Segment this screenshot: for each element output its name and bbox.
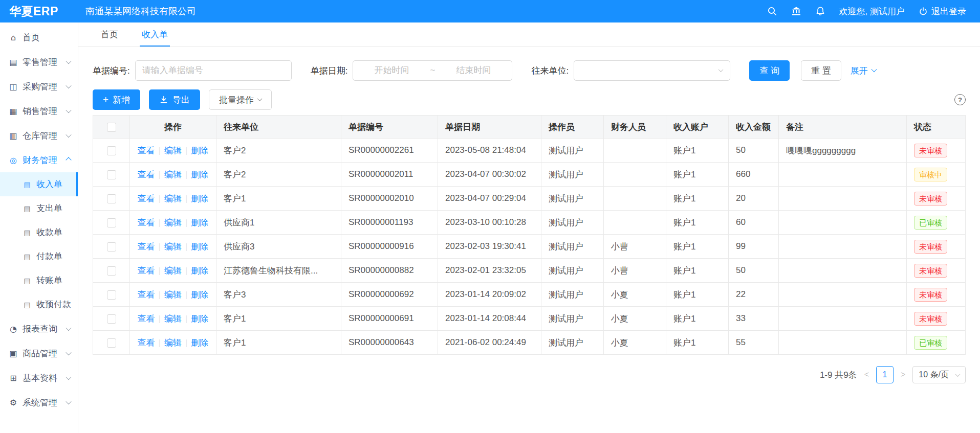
delete-link[interactable]: 删除 [191,290,208,300]
bank-icon[interactable] [791,6,801,16]
date-range-picker[interactable]: ~ [353,60,512,81]
delete-link[interactable]: 删除 [191,314,208,324]
cell-remark [779,283,907,307]
sidebar-item-purchase[interactable]: ◫ 采购管理 [0,74,78,99]
view-link[interactable]: 查看 [138,242,155,252]
edit-link[interactable]: 编辑 [164,266,182,276]
cell-account: 账户1 [666,307,729,331]
logout-button[interactable]: 退出登录 [919,6,966,17]
column-header-account: 收入账户 [666,116,729,139]
cell-bill-no: SR00000000691 [341,307,438,331]
delete-link[interactable]: 删除 [191,218,208,227]
row-checkbox[interactable] [107,242,116,252]
page-number-button[interactable]: 1 [876,366,894,383]
cell-remark [779,211,907,235]
cell-operator: 测试用户 [541,331,604,355]
view-link[interactable]: 查看 [138,218,155,227]
edit-link[interactable]: 编辑 [164,218,182,227]
sidebar-item-system[interactable]: ⚙ 系统管理 [0,390,78,415]
row-checkbox[interactable] [107,170,116,179]
edit-link[interactable]: 编辑 [164,314,182,324]
tab-home[interactable]: 首页 [101,22,118,47]
cell-partner: 客户1 [216,331,341,355]
delete-link[interactable]: 删除 [191,338,208,348]
sidebar-item-receipt-bill[interactable]: ▤ 收款单 [0,220,78,244]
view-link[interactable]: 查看 [138,290,155,300]
export-button[interactable]: 导出 [149,89,200,110]
add-button[interactable]: + 新增 [93,89,140,110]
tab-income-bill[interactable]: 收入单 [142,22,168,47]
sidebar-item-retail[interactable]: ▤ 零售管理 [0,50,78,74]
sidebar-item-income-bill[interactable]: ▤ 收入单 [0,172,78,196]
delete-link[interactable]: 删除 [191,242,208,252]
sidebar-item-sales[interactable]: ▦ 销售管理 [0,99,78,123]
expand-filters-link[interactable]: 展开 [851,65,876,77]
sidebar-item-warehouse[interactable]: ▥ 仓库管理 [0,123,78,148]
date-start-input[interactable] [353,65,430,76]
status-badge: 审核中 [914,168,947,181]
delete-link[interactable]: 删除 [191,146,208,155]
sidebar-item-label: 系统管理 [23,397,57,408]
row-checkbox[interactable] [107,290,116,300]
search-button[interactable]: 查 询 [749,60,790,81]
row-checkbox[interactable] [107,314,116,324]
sidebar-item-payment-bill[interactable]: ▤ 付款单 [0,244,78,268]
edit-link[interactable]: 编辑 [164,194,182,203]
view-link[interactable]: 查看 [138,146,155,155]
date-end-input[interactable] [435,65,512,76]
view-link[interactable]: 查看 [138,338,155,348]
cell-partner: 江苏德鲁生物科技有限... [216,259,341,283]
cell-account: 账户1 [666,139,729,163]
view-link[interactable]: 查看 [138,314,155,324]
filter-bar: 单据编号: 单据日期: ~ 往来单位: 查 询 重 置 展开 [93,60,966,81]
reset-button[interactable]: 重 置 [801,60,841,81]
edit-link[interactable]: 编辑 [164,290,182,300]
row-checkbox[interactable] [107,146,116,155]
next-page-arrow[interactable]: > [901,370,905,379]
sidebar-item-home[interactable]: ⌂ 首页 [0,25,78,50]
cell-remark [779,187,907,211]
sidebar-item-finance[interactable]: ◎ 财务管理 [0,148,78,172]
edit-link[interactable]: 编辑 [164,242,182,252]
delete-link[interactable]: 删除 [191,266,208,276]
cell-finance-staff [604,139,666,163]
sidebar-item-goods[interactable]: ▣ 商品管理 [0,341,78,366]
cell-operator: 测试用户 [541,163,604,187]
edit-link[interactable]: 编辑 [164,146,182,155]
bill-no-input[interactable] [135,60,292,81]
sidebar-item-transfer-bill[interactable]: ▤ 转账单 [0,268,78,292]
cell-amount: 55 [729,331,779,355]
chevron-down-icon [66,83,71,88]
cell-amount: 99 [729,235,779,259]
prev-page-arrow[interactable]: < [864,370,869,379]
cell-bill-no: SR00000000692 [341,283,438,307]
partner-select[interactable] [574,60,730,81]
edit-link[interactable]: 编辑 [164,170,182,179]
view-link[interactable]: 查看 [138,194,155,203]
delete-link[interactable]: 删除 [191,194,208,203]
delete-link[interactable]: 删除 [191,170,208,179]
row-checkbox[interactable] [107,338,116,348]
sidebar-item-label: 转账单 [36,275,62,286]
bell-icon[interactable] [815,6,825,16]
sidebar-item-advance-receipt[interactable]: ▤ 收预付款 [0,292,78,316]
select-all-checkbox[interactable] [107,123,116,132]
cell-bill-no: SR00000000882 [341,259,438,283]
sidebar-item-expense-bill[interactable]: ▤ 支出单 [0,196,78,220]
edit-link[interactable]: 编辑 [164,338,182,348]
view-link[interactable]: 查看 [138,266,155,276]
search-icon[interactable] [767,6,777,16]
cell-operator: 测试用户 [541,283,604,307]
sidebar-item-reports[interactable]: ◔ 报表查询 [0,316,78,341]
row-checkbox[interactable] [107,218,116,227]
sidebar-item-basic-data[interactable]: ⊞ 基本资料 [0,366,78,390]
column-header-partner: 往来单位 [216,116,341,139]
view-link[interactable]: 查看 [138,170,155,179]
page-size-select[interactable]: 10 条/页 [912,366,966,383]
help-icon[interactable]: ? [954,94,966,105]
cell-operator: 测试用户 [541,259,604,283]
row-checkbox[interactable] [107,194,116,203]
cell-bill-date: 2023-03-10 00:10:28 [438,211,541,235]
row-checkbox[interactable] [107,266,116,276]
batch-operations-button[interactable]: 批量操作 [209,89,272,110]
